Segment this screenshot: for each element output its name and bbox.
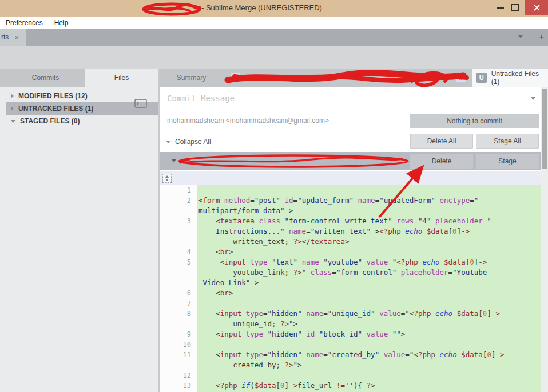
chevron-down-icon[interactable]: [531, 97, 535, 100]
line-number: 2: [160, 195, 197, 206]
toolbar: master •••: [0, 46, 548, 69]
section-label: UNTRACKED FILES (1): [18, 105, 93, 113]
code-lines: <form method="post" id="update_form" nam…: [197, 185, 541, 392]
code-line: youtube_link; ?>" class="form-control" p…: [197, 267, 541, 278]
chevron-down-icon: [166, 141, 170, 143]
collapse-all-button[interactable]: Collapse All: [166, 134, 211, 150]
tab-commits[interactable]: Commits: [6, 69, 85, 87]
left-panel-tabs: Commits Files: [0, 69, 158, 87]
file-status-sidebar: MODIFIED FILES (12)UNTRACKED FILES (1)ST…: [0, 87, 158, 392]
code-line: <input type="hidden" id="block_id" value…: [197, 329, 541, 339]
commit-button[interactable]: Nothing to commit: [410, 114, 539, 128]
line-number: [160, 226, 197, 237]
sidebar-section-2[interactable]: STAGED FILES (0): [6, 115, 158, 127]
code-line: <input type="hidden" name="created_by" v…: [197, 350, 541, 360]
menubar: Preferences Help: [0, 17, 548, 29]
divider: [531, 31, 531, 43]
line-number: [160, 360, 197, 370]
commit-panel: mohammadsheam <mohammadsheam@gmail.com> …: [160, 87, 548, 392]
tab-overflow-icon[interactable]: [518, 35, 523, 38]
repo-tab[interactable]: rts ×: [0, 29, 26, 46]
section-label: MODIFIED FILES (12): [18, 92, 88, 100]
line-number: [160, 206, 197, 216]
line-number: 4: [160, 247, 197, 257]
code-line: Instructions..." name="written_text" ><?…: [197, 226, 541, 237]
maximize-button[interactable]: [511, 4, 519, 11]
right-panel-tabs: Summary M M U Untracked Files (1): [160, 69, 548, 87]
line-number: 12: [160, 370, 197, 381]
code-line: <input type="text" name="youtube" value=…: [197, 257, 541, 267]
line-number: 5: [160, 257, 197, 267]
redaction-scribble-title: [142, 2, 202, 16]
redaction-scribble-tabs: [223, 69, 472, 87]
stage-button[interactable]: Stage: [476, 154, 539, 169]
untracked-file-row[interactable]: Delete Stage: [160, 152, 541, 170]
vertical-scrollbar: [541, 87, 548, 392]
code-gutter: 12345678910111213: [160, 185, 197, 392]
code-line: written_text; ?></textarea>: [197, 237, 541, 247]
line-number: 8: [160, 309, 197, 319]
line-number: 9: [160, 329, 197, 339]
line-number: 10: [160, 339, 197, 350]
code-line: [197, 185, 541, 195]
code-line: <br>: [197, 288, 541, 298]
delete-button[interactable]: Delete: [410, 154, 473, 169]
code-line: [197, 298, 541, 309]
code-line: <textarea class="form-control write_text…: [197, 216, 541, 226]
line-number: 11: [160, 350, 197, 360]
code-line: unique_id; ?>">: [197, 319, 541, 329]
line-number: [160, 319, 197, 329]
line-number: 3: [160, 216, 197, 226]
commit-message-area: [160, 87, 541, 112]
menu-help[interactable]: Help: [49, 17, 74, 29]
author-row: mohammadsheam <mohammadsheam@gmail.com> …: [160, 112, 541, 131]
sublime-merge-window: - Sublime Merge (UNREGISTERED) Preferenc…: [0, 0, 548, 392]
scribbled-file-tabs[interactable]: M M: [223, 69, 472, 87]
close-tab-icon[interactable]: ×: [14, 33, 19, 42]
expand-hunk-icon[interactable]: [162, 174, 172, 183]
actions-row: Collapse All Delete All Stage All: [160, 134, 541, 150]
line-number: 1: [160, 185, 197, 195]
stage-all-button[interactable]: Stage All: [476, 134, 539, 149]
code-line: <input type="hidden" name="unique_id" va…: [197, 309, 541, 319]
minimize-button[interactable]: [497, 7, 504, 9]
section-label: STAGED FILES (0): [20, 117, 80, 125]
repo-tabstrip: rts × +: [0, 29, 548, 46]
window-title: - Sublime Merge (UNREGISTERED): [201, 3, 322, 12]
tab-summary[interactable]: Summary: [160, 69, 223, 87]
code-line: [197, 370, 541, 381]
title-bar: - Sublime Merge (UNREGISTERED): [0, 0, 548, 17]
close-icon: [534, 5, 540, 11]
chevron-right-icon[interactable]: [11, 94, 14, 98]
code-line: <?php if($data[0]->file_url !=''){ ?>: [197, 381, 541, 391]
collapse-all-label: Collapse All: [175, 138, 211, 146]
tab-files[interactable]: Files: [85, 69, 158, 87]
terminal-icon: [134, 99, 147, 108]
line-number: 13: [160, 381, 197, 391]
diff-view: 12345678910111213 <form method="post" id…: [160, 185, 541, 392]
repo-tab-label: rts: [1, 33, 9, 41]
commit-author: mohammadsheam <mohammadsheam@gmail.com>: [167, 117, 329, 125]
menu-preferences[interactable]: Preferences: [0, 17, 49, 29]
new-tab-button[interactable]: +: [535, 30, 548, 44]
redaction-scribble-filepath: [175, 153, 412, 169]
hunk-header: [160, 171, 541, 185]
tab-untracked-files[interactable]: U Untracked Files (1): [472, 69, 548, 87]
chevron-right-icon[interactable]: [11, 106, 14, 111]
scrollbar-thumb[interactable]: [542, 89, 547, 169]
line-number: [160, 237, 197, 247]
chevron-down-icon[interactable]: [11, 120, 15, 123]
line-number: [160, 278, 197, 288]
code-line: created_by; ?>">: [197, 360, 541, 370]
delete-all-button[interactable]: Delete All: [410, 134, 473, 149]
code-line: <form method="post" id="update_form" nam…: [197, 195, 541, 206]
code-line: <br>: [197, 247, 541, 257]
line-number: [160, 267, 197, 278]
untracked-badge: U: [476, 73, 487, 83]
close-button[interactable]: [525, 0, 548, 15]
code-line: Video Link" >: [197, 278, 541, 288]
line-number: 7: [160, 298, 197, 309]
code-line: multipart/form-data" >: [197, 206, 541, 216]
commit-message-input[interactable]: [167, 94, 522, 107]
code-line: [197, 339, 541, 350]
